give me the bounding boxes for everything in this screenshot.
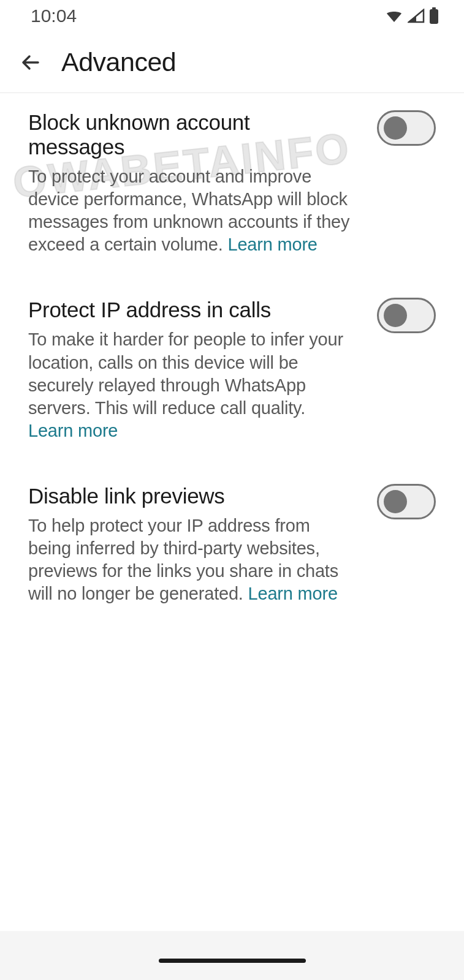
setting-description: To help protect your IP address from bei… bbox=[28, 514, 350, 605]
battery-icon bbox=[428, 7, 439, 24]
toggle-knob bbox=[384, 116, 407, 140]
setting-content: Disable link previews To help protect yo… bbox=[28, 484, 350, 605]
setting-disable-previews[interactable]: Disable link previews To help protect yo… bbox=[28, 467, 436, 630]
learn-more-link[interactable]: Learn more bbox=[248, 584, 338, 603]
header: Advanced bbox=[0, 32, 464, 93]
setting-description: To make it harder for people to infer yo… bbox=[28, 328, 350, 442]
signal-icon bbox=[408, 9, 425, 23]
setting-title: Block unknown account messages bbox=[28, 110, 350, 159]
back-button[interactable] bbox=[15, 47, 47, 78]
toggle-knob bbox=[384, 490, 407, 513]
page-title: Advanced bbox=[61, 47, 176, 77]
setting-title: Disable link previews bbox=[28, 484, 350, 508]
setting-content: Protect IP address in calls To make it h… bbox=[28, 298, 350, 442]
toggle-knob bbox=[384, 304, 407, 327]
toggle-block-unknown[interactable] bbox=[377, 110, 436, 146]
learn-more-link[interactable]: Learn more bbox=[227, 235, 317, 254]
setting-content: Block unknown account messages To protec… bbox=[28, 110, 350, 256]
svg-rect-0 bbox=[432, 7, 436, 9]
home-indicator[interactable] bbox=[159, 959, 306, 963]
wifi-icon bbox=[384, 9, 404, 23]
toggle-disable-previews[interactable] bbox=[377, 484, 436, 519]
navigation-bar bbox=[0, 931, 464, 980]
arrow-left-icon bbox=[18, 50, 43, 75]
settings-list: Block unknown account messages To protec… bbox=[0, 93, 464, 630]
setting-description: To protect your account and improve devi… bbox=[28, 165, 350, 256]
setting-protect-ip[interactable]: Protect IP address in calls To make it h… bbox=[28, 281, 436, 467]
setting-block-unknown[interactable]: Block unknown account messages To protec… bbox=[28, 93, 436, 281]
learn-more-link[interactable]: Learn more bbox=[28, 421, 118, 440]
setting-title: Protect IP address in calls bbox=[28, 298, 350, 322]
svg-rect-1 bbox=[430, 9, 438, 24]
status-bar: 10:04 bbox=[0, 0, 464, 32]
toggle-protect-ip[interactable] bbox=[377, 298, 436, 333]
status-icons bbox=[384, 7, 439, 24]
status-time: 10:04 bbox=[31, 6, 77, 26]
